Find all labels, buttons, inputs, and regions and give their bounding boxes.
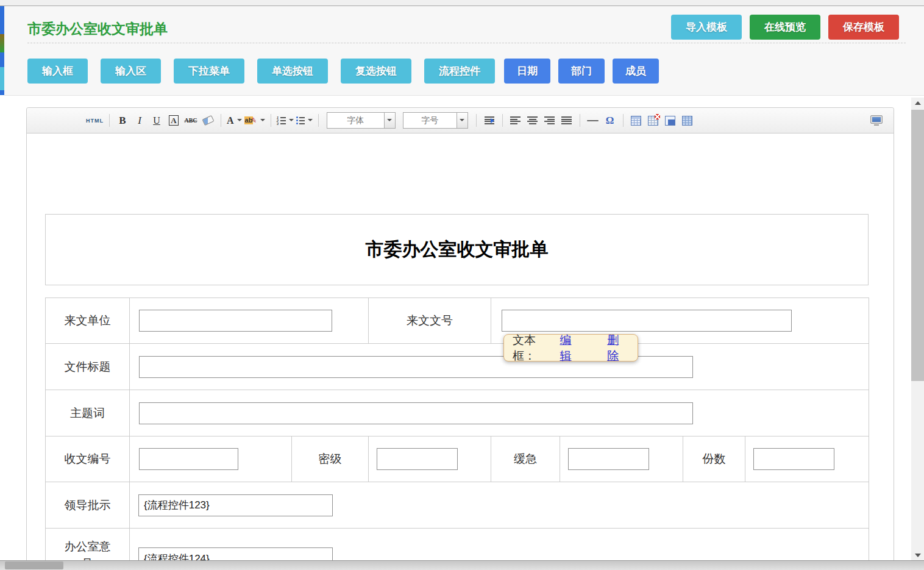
chevron-down-icon bbox=[308, 119, 313, 124]
font-family-select[interactable]: 字体 bbox=[327, 112, 396, 129]
fullscreen-button[interactable] bbox=[870, 115, 883, 126]
font-size-select[interactable]: 字号 bbox=[403, 112, 468, 129]
special-char-button[interactable]: Ω bbox=[603, 113, 617, 129]
chevron-down-icon[interactable] bbox=[457, 113, 467, 128]
table-properties-button[interactable] bbox=[663, 113, 678, 129]
indent-button[interactable] bbox=[482, 113, 497, 129]
incoming-unit-input[interactable] bbox=[139, 310, 332, 332]
font-color-button[interactable]: A bbox=[227, 113, 242, 129]
copies-count-input[interactable] bbox=[753, 448, 834, 470]
office-opinion-input[interactable] bbox=[138, 547, 333, 561]
editor-toolbar: HTML B I U A ABC A ab ✎ 1 2 3 bbox=[27, 108, 894, 134]
highlight-color-button[interactable]: ab ✎ bbox=[244, 113, 265, 129]
field-label: 主题词 bbox=[46, 390, 130, 436]
subject-words-input[interactable] bbox=[139, 402, 693, 424]
toolbar-separator bbox=[580, 114, 580, 127]
horizontal-scrollbar[interactable] bbox=[0, 560, 924, 570]
chevron-down-icon bbox=[289, 119, 294, 124]
tooltip-label: 文本框： bbox=[513, 332, 556, 364]
scrollbar-thumb[interactable] bbox=[5, 561, 63, 569]
add-checkbox-button[interactable]: 复选按钮 bbox=[341, 59, 411, 84]
scroll-up-button[interactable] bbox=[911, 98, 924, 109]
italic-button[interactable]: I bbox=[132, 113, 147, 129]
font-color-icon: A bbox=[227, 115, 234, 126]
control-tooltip: 文本框： 编辑 删除 bbox=[503, 334, 638, 362]
delete-table-button[interactable] bbox=[646, 113, 661, 129]
insert-table-button[interactable] bbox=[629, 113, 644, 129]
align-center-button[interactable] bbox=[525, 113, 540, 129]
incoming-doc-number-input[interactable] bbox=[502, 310, 792, 332]
table-row: 主题词 bbox=[46, 390, 869, 436]
field-label: 份数 bbox=[683, 436, 745, 482]
align-left-button[interactable] bbox=[508, 113, 523, 129]
add-dropdown-button[interactable]: 下拉菜单 bbox=[174, 59, 244, 84]
indent-icon bbox=[485, 116, 494, 124]
form-title: 市委办公室收文审批单 bbox=[366, 237, 549, 262]
chevron-down-icon bbox=[260, 119, 265, 124]
fullscreen-icon bbox=[870, 115, 883, 124]
toolbar-separator bbox=[502, 114, 503, 127]
add-input-box-button[interactable]: 输入框 bbox=[27, 59, 88, 84]
secrecy-level-input[interactable] bbox=[377, 448, 458, 470]
delete-table-icon bbox=[648, 116, 658, 126]
source-code-button[interactable]: HTML bbox=[86, 113, 104, 129]
align-justify-icon bbox=[561, 116, 572, 124]
align-center-icon bbox=[527, 116, 538, 124]
bold-button[interactable]: B bbox=[115, 113, 130, 129]
ordered-list-button[interactable]: 1 2 3 bbox=[277, 113, 294, 129]
table-row: 办公室意见 bbox=[46, 529, 869, 561]
field-label: 来文文号 bbox=[369, 298, 491, 344]
bullet-list-icon bbox=[296, 116, 305, 124]
editor-content[interactable]: 市委办公室收文审批单 来文单位 来文文号 文件标题 bbox=[27, 134, 894, 561]
add-textarea-button[interactable]: 输入区 bbox=[101, 59, 161, 84]
vertical-scrollbar[interactable] bbox=[911, 98, 924, 561]
save-template-button[interactable]: 保存模板 bbox=[828, 15, 899, 40]
add-date-button[interactable]: 日期 bbox=[504, 59, 550, 84]
arrow-down-icon bbox=[915, 554, 921, 560]
field-label: 办公室意见 bbox=[46, 529, 130, 561]
scroll-down-button[interactable] bbox=[911, 550, 924, 561]
field-label: 来文单位 bbox=[46, 298, 130, 344]
align-justify-button[interactable] bbox=[560, 113, 574, 129]
bullet-list-button[interactable] bbox=[296, 113, 313, 129]
eraser-icon bbox=[202, 115, 214, 126]
edit-control-link[interactable]: 编辑 bbox=[560, 332, 582, 364]
strikethrough-button[interactable]: ABC bbox=[183, 113, 198, 129]
leader-instructions-input[interactable] bbox=[138, 494, 333, 516]
table-row: 收文编号 密级 缓急 份数 bbox=[46, 436, 869, 482]
remove-format-button[interactable] bbox=[201, 113, 215, 129]
chevron-down-icon bbox=[237, 119, 242, 124]
table-row: 文件标题 bbox=[46, 344, 869, 390]
left-edge-strip bbox=[0, 6, 4, 95]
add-department-button[interactable]: 部门 bbox=[558, 59, 605, 84]
underline-button[interactable]: U bbox=[149, 113, 164, 129]
insert-table-icon bbox=[631, 116, 641, 126]
chevron-down-icon[interactable] bbox=[384, 113, 395, 128]
arrow-up-icon bbox=[915, 98, 921, 105]
page-header: 市委办公室收文审批单 导入模板 在线预览 保存模板 输入框 输入区 下拉菜单 单… bbox=[4, 6, 924, 96]
approval-form-table: 来文单位 来文文号 文件标题 主题词 bbox=[45, 297, 869, 561]
scrollbar-thumb[interactable] bbox=[911, 110, 924, 381]
align-right-button[interactable] bbox=[542, 113, 557, 129]
cell-properties-button[interactable] bbox=[680, 113, 695, 129]
table-properties-icon bbox=[665, 116, 675, 126]
receipt-number-input[interactable] bbox=[139, 448, 238, 470]
field-label: 密级 bbox=[292, 436, 369, 482]
urgency-input[interactable] bbox=[568, 448, 649, 470]
header-divider bbox=[27, 43, 906, 43]
add-member-button[interactable]: 成员 bbox=[613, 59, 659, 84]
horizontal-rule-button[interactable] bbox=[586, 113, 600, 129]
add-flow-control-button[interactable]: 流程控件 bbox=[424, 59, 495, 84]
import-template-button[interactable]: 导入模板 bbox=[671, 15, 742, 40]
toolbar-separator bbox=[109, 114, 110, 127]
toolbar-separator bbox=[221, 114, 221, 127]
field-label: 文件标题 bbox=[46, 344, 130, 390]
font-frame-button[interactable]: A bbox=[166, 113, 181, 129]
left-edge-fragment bbox=[0, 34, 4, 52]
online-preview-button[interactable]: 在线预览 bbox=[750, 15, 820, 40]
left-edge-fragment bbox=[0, 67, 4, 90]
delete-control-link[interactable]: 删除 bbox=[607, 332, 629, 364]
add-radio-button[interactable]: 单选按钮 bbox=[257, 59, 328, 84]
toolbar-separator bbox=[271, 114, 271, 127]
horizontal-rule-icon bbox=[587, 120, 599, 121]
